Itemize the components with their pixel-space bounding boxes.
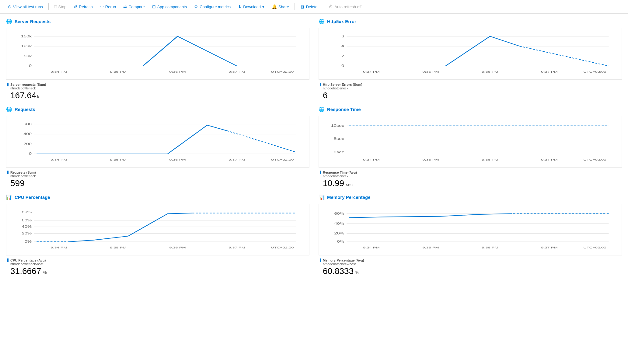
svg-text:UTC+02:00: UTC+02:00 — [583, 158, 606, 161]
cpu-percentage-value: 31.6667 % — [7, 266, 309, 276]
svg-text:2: 2 — [341, 54, 344, 58]
svg-text:9:34 PM: 9:34 PM — [51, 158, 67, 161]
memory-percentage-summary: Memory Percentage (Avg) ntnodebottleneck… — [319, 258, 622, 276]
svg-text:40%: 40% — [334, 221, 344, 225]
svg-text:9:36 PM: 9:36 PM — [169, 158, 186, 161]
requests-svg: 600 400 200 0 9:34 PM 9:35 PM 9:36 PM 9:… — [9, 119, 306, 165]
compare-btn[interactable]: ⇄ Compare — [120, 2, 148, 11]
rerun-icon: ↩ — [100, 4, 104, 9]
svg-text:UTC+02:00: UTC+02:00 — [271, 158, 294, 161]
svg-text:6: 6 — [341, 34, 344, 38]
svg-text:60%: 60% — [22, 218, 32, 222]
svg-text:9:36 PM: 9:36 PM — [482, 70, 498, 73]
svg-text:9:34 PM: 9:34 PM — [363, 158, 379, 161]
svg-text:UTC+02:00: UTC+02:00 — [583, 70, 606, 73]
memory-percentage-panel: 📊 Memory Percentage 60% 40% 20% 0% 9:34 … — [319, 194, 622, 276]
svg-text:9:37 PM: 9:37 PM — [229, 158, 245, 161]
svg-text:9:37 PM: 9:37 PM — [541, 246, 557, 249]
memory-percentage-chart: 60% 40% 20% 0% 9:34 PM 9:35 PM 9:36 PM 9… — [319, 204, 622, 255]
gear-icon: ⚙ — [194, 4, 198, 9]
svg-text:9:34 PM: 9:34 PM — [363, 246, 379, 249]
svg-text:10sec: 10sec — [331, 124, 344, 128]
rerun-btn[interactable]: ↩ Rerun — [97, 2, 119, 11]
server-requests-title: 🌐 Server Requests — [6, 19, 309, 24]
svg-text:9:35 PM: 9:35 PM — [110, 70, 126, 73]
svg-text:UTC+02:00: UTC+02:00 — [271, 70, 294, 73]
view-all-btn[interactable]: ⊙ View all test runs — [5, 2, 46, 11]
http5xx-chart: 6 4 2 0 9:34 PM 9:35 PM 9:36 PM 9:37 PM … — [319, 28, 622, 80]
globe-icon-2: 🌐 — [319, 19, 325, 24]
svg-text:200: 200 — [23, 142, 32, 146]
cpu-percentage-chart: 80% 60% 40% 20% 0% 9:34 PM 9:35 PM 9:36 … — [6, 204, 309, 255]
memory-percentage-title: 📊 Memory Percentage — [319, 194, 622, 200]
download-btn[interactable]: ⬇ Download ▾ — [235, 2, 267, 11]
http5xx-panel: 🌐 Http5xx Error 6 4 2 0 9:34 PM 9:35 PM … — [319, 19, 622, 100]
http5xx-value: 6 — [320, 91, 622, 100]
share-btn[interactable]: 🔔 Share — [269, 2, 292, 11]
stop-icon: □ — [54, 4, 57, 9]
server-requests-summary: Server requests (Sum) ntnodebottleneck 1… — [6, 83, 309, 100]
download-icon: ⬇ — [238, 4, 242, 9]
response-time-chart: 10sec 5sec 0sec 9:34 PM 9:35 PM 9:36 PM … — [319, 116, 622, 168]
http5xx-svg: 6 4 2 0 9:34 PM 9:35 PM 9:36 PM 9:37 PM … — [322, 31, 619, 78]
svg-text:9:36 PM: 9:36 PM — [169, 70, 186, 73]
main-content: 🌐 Server Requests 150k 100k 50k 0 9:34 P… — [0, 14, 628, 281]
svg-text:9:35 PM: 9:35 PM — [110, 158, 126, 161]
svg-text:9:34 PM: 9:34 PM — [363, 70, 379, 73]
stop-btn[interactable]: □ Stop — [51, 2, 69, 11]
svg-text:20%: 20% — [334, 231, 344, 235]
refresh-icon: ↺ — [74, 4, 77, 9]
globe-icon-4: 🌐 — [319, 106, 325, 112]
svg-text:0: 0 — [29, 64, 32, 68]
memory-icon: 📊 — [319, 194, 325, 200]
server-requests-svg: 150k 100k 50k 0 9:34 PM 9:35 PM 9:36 PM … — [9, 31, 306, 78]
svg-text:600: 600 — [23, 122, 32, 126]
svg-text:0%: 0% — [337, 240, 344, 244]
response-time-title: 🌐 Response Time — [319, 106, 622, 112]
svg-text:9:35 PM: 9:35 PM — [422, 158, 439, 161]
cpu-percentage-summary: CPU Percentage (Avg) ntnodebottleneck-ho… — [6, 258, 309, 276]
svg-text:0: 0 — [341, 64, 344, 68]
cpu-percentage-title: 📊 CPU Percentage — [6, 194, 309, 200]
svg-text:9:37 PM: 9:37 PM — [229, 246, 245, 249]
svg-text:100k: 100k — [21, 44, 32, 48]
svg-text:9:37 PM: 9:37 PM — [541, 158, 557, 161]
svg-text:0sec: 0sec — [334, 150, 344, 154]
svg-text:50k: 50k — [24, 54, 32, 58]
server-requests-panel: 🌐 Server Requests 150k 100k 50k 0 9:34 P… — [6, 19, 309, 100]
clock-icon: ⏱ — [329, 4, 333, 9]
divider-3 — [323, 3, 323, 10]
svg-text:5sec: 5sec — [334, 137, 344, 141]
svg-text:9:36 PM: 9:36 PM — [482, 246, 498, 249]
memory-svg: 60% 40% 20% 0% 9:34 PM 9:35 PM 9:36 PM 9… — [322, 207, 619, 253]
auto-refresh-btn[interactable]: ⏱ Auto refresh off — [326, 2, 365, 11]
http5xx-summary: Http Server Errors (Sum) ntnodebottlenec… — [319, 83, 622, 100]
svg-text:9:37 PM: 9:37 PM — [541, 70, 557, 73]
refresh-btn[interactable]: ↺ Refresh — [71, 2, 96, 11]
response-time-value: 10.99 sec — [320, 179, 622, 188]
response-time-panel: 🌐 Response Time 10sec 5sec 0sec 9:34 PM … — [319, 106, 622, 188]
svg-text:9:35 PM: 9:35 PM — [422, 70, 439, 73]
app-components-btn[interactable]: ⊞ App components — [149, 2, 190, 11]
requests-value: 599 — [7, 179, 309, 188]
svg-text:0: 0 — [29, 152, 32, 156]
cpu-percentage-panel: 📊 CPU Percentage 80% 60% 40% 20% 0% 9:34… — [6, 194, 309, 276]
svg-text:9:37 PM: 9:37 PM — [229, 70, 245, 73]
svg-text:20%: 20% — [22, 231, 32, 235]
response-time-summary: Response Time (Avg) ntnodebottleneck 10.… — [319, 171, 622, 188]
svg-text:0%: 0% — [25, 240, 32, 244]
delete-btn[interactable]: 🗑 Delete — [297, 2, 321, 11]
memory-percentage-value: 60.8333 % — [320, 266, 622, 276]
svg-text:4: 4 — [341, 44, 344, 48]
toolbar: ⊙ View all test runs □ Stop ↺ Refresh ↩ … — [0, 0, 628, 14]
requests-panel: 🌐 Requests 600 400 200 0 9:34 PM 9:35 PM… — [6, 106, 309, 188]
svg-text:9:34 PM: 9:34 PM — [51, 246, 67, 249]
svg-text:150k: 150k — [21, 34, 32, 38]
delete-icon: 🗑 — [300, 4, 305, 9]
divider-2 — [295, 3, 295, 10]
svg-text:80%: 80% — [22, 210, 32, 214]
configure-metrics-btn[interactable]: ⚙ Configure metrics — [191, 2, 234, 11]
response-time-svg: 10sec 5sec 0sec 9:34 PM 9:35 PM 9:36 PM … — [322, 119, 619, 165]
svg-text:9:34 PM: 9:34 PM — [51, 70, 67, 73]
compare-icon: ⇄ — [123, 4, 127, 9]
